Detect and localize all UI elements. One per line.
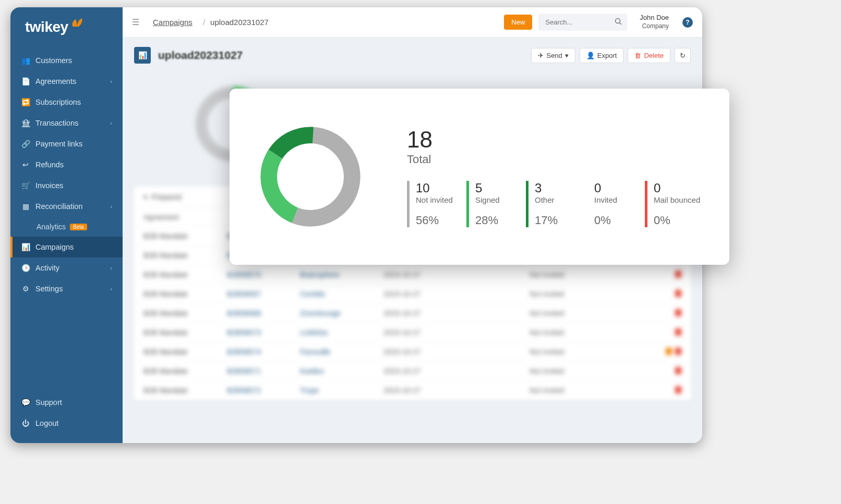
help-icon[interactable]: ?: [682, 17, 693, 28]
cell-date: 2023-10-27: [383, 386, 530, 395]
stat-label: Not invited: [416, 195, 455, 204]
logout-icon: ⏻: [21, 419, 30, 428]
new-button[interactable]: New: [504, 15, 532, 30]
cell-ref[interactable]: B2B58572: [227, 386, 300, 395]
cell-company[interactable]: Centido: [300, 290, 383, 298]
table-row[interactable]: B2B MandateB2B58573Linklinks2023-10-27No…: [134, 323, 691, 342]
chevron-right-icon: ›: [110, 265, 112, 271]
table-row[interactable]: B2B MandateB2B58574Fanoodle2023-10-27Not…: [134, 342, 691, 361]
delete-button[interactable]: 🗑 Delete: [628, 48, 670, 63]
cell-agreement: B2B Mandate: [143, 309, 227, 317]
cell-agreement: B2B Mandate: [143, 232, 227, 240]
stat-pct: 28%: [466, 214, 514, 227]
sidebar-item-subscriptions[interactable]: 🔁Subscriptions: [10, 92, 123, 113]
sidebar-item-invoices[interactable]: 🛒Invoices: [10, 175, 123, 196]
col-agreement[interactable]: Agreement: [143, 213, 227, 221]
sidebar-item-agreements[interactable]: 📄Agreements›: [10, 71, 123, 92]
send-button[interactable]: ✈ Send ▾: [531, 48, 575, 63]
sidebar-item-activity[interactable]: 🕒Activity›: [10, 257, 123, 278]
svg-point-0: [616, 19, 620, 23]
support-icon: 💬: [21, 398, 30, 407]
cell-actions: [675, 271, 681, 279]
chevron-right-icon: ›: [110, 203, 112, 210]
sidebar-item-transactions[interactable]: 🏦Transactions›: [10, 113, 123, 133]
topbar: ☰ Campaigns / upload20231027 New John Do…: [123, 7, 702, 38]
delete-row-icon[interactable]: [675, 386, 681, 394]
send-icon: ✈: [538, 52, 544, 59]
sidebar-item-label: Customers: [35, 56, 72, 65]
sidebar-item-customers[interactable]: 👥Customers: [10, 50, 123, 71]
sidebar-item-settings[interactable]: ⚙Settings›: [10, 278, 123, 299]
customers-icon: 👥: [21, 56, 30, 65]
table-row[interactable]: B2B MandateB2B58572Trope2023-10-27Not in…: [134, 380, 691, 400]
subscriptions-icon: 🔁: [21, 97, 30, 107]
cell-actions: [675, 309, 681, 317]
stats-row: 10Not invited56%5Signed28%3Other17%0Invi…: [407, 181, 708, 227]
cell-ref[interactable]: B2B58568: [227, 309, 300, 317]
brand-name: twikey: [25, 19, 68, 35]
page-header: 📊 upload20231027 ✈ Send ▾ 👤 Export 🗑 Del…: [123, 38, 702, 73]
stat-pct: 56%: [407, 214, 455, 227]
sidebar-item-logout[interactable]: ⏻ Logout: [10, 413, 123, 434]
warn-icon[interactable]: [666, 348, 672, 355]
sidebar-item-payment-links[interactable]: 🔗Payment links: [10, 133, 123, 154]
cell-actions: [675, 386, 681, 395]
sidebar-item-reconciliation[interactable]: ▦Reconciliation›: [10, 196, 123, 217]
cell-status: Not invited: [530, 290, 650, 298]
reconciliation-icon: ▦: [21, 202, 30, 211]
breadcrumb-root[interactable]: Campaigns: [153, 18, 193, 27]
hamburger-icon[interactable]: ☰: [132, 17, 141, 27]
cell-ref[interactable]: B2B58567: [227, 290, 300, 298]
sidebar-item-label: Activity: [35, 264, 59, 272]
cell-company[interactable]: Trope: [300, 386, 383, 395]
table-row[interactable]: B2B MandateB2B58571Kwideo2023-10-27Not i…: [134, 361, 691, 380]
cell-company[interactable]: Linklinks: [300, 328, 383, 337]
cell-ref[interactable]: B2B58570: [227, 271, 300, 279]
cell-date: 2023-10-27: [383, 348, 530, 356]
cell-agreement: B2B Mandate: [143, 367, 227, 375]
delete-row-icon[interactable]: [675, 328, 681, 336]
delete-row-icon[interactable]: [675, 309, 681, 316]
cell-ref[interactable]: B2B58573: [227, 328, 300, 337]
cell-status: Not invited: [530, 386, 650, 395]
stat-value: 5: [475, 181, 514, 195]
breadcrumb-sep: /: [203, 18, 205, 27]
export-button[interactable]: 👤 Export: [580, 48, 624, 63]
sidebar-item-support[interactable]: 💬 Support: [10, 392, 123, 413]
cell-company[interactable]: Kwideo: [300, 367, 383, 375]
cell-status: Not invited: [530, 309, 650, 317]
invoices-icon: 🛒: [21, 181, 30, 190]
user-block[interactable]: John Doe Company: [640, 14, 669, 30]
cell-company[interactable]: Brainsphere: [300, 271, 383, 279]
user-name: John Doe: [640, 14, 669, 22]
table-row[interactable]: B2B MandateB2B58568Zoomlounge2023-10-27N…: [134, 303, 691, 323]
cell-company[interactable]: Fanoodle: [300, 348, 383, 356]
stat-value: 10: [416, 181, 455, 195]
refresh-button[interactable]: ↻: [675, 48, 691, 63]
page-title: upload20231027: [158, 49, 243, 62]
search-icon[interactable]: [615, 18, 622, 25]
sidebar-item-analytics[interactable]: AnalyticsBeta: [10, 217, 123, 237]
cell-ref[interactable]: B2B58574: [227, 348, 300, 356]
sidebar-support-label: Support: [35, 398, 62, 407]
chevron-right-icon: ›: [110, 78, 112, 84]
cell-date: 2023-10-27: [383, 290, 530, 298]
page-actions: ✈ Send ▾ 👤 Export 🗑 Delete ↻: [531, 48, 691, 63]
cell-company[interactable]: Zoomlounge: [300, 309, 383, 317]
sidebar-item-campaigns[interactable]: 📊Campaigns: [10, 237, 123, 257]
cell-agreement: B2B Mandate: [143, 271, 227, 279]
campaigns-icon: 📊: [21, 242, 30, 252]
table-row[interactable]: B2B MandateB2B58570Brainsphere2023-10-27…: [134, 265, 691, 284]
table-row[interactable]: B2B MandateB2B58567Centido2023-10-27Not …: [134, 284, 691, 303]
sidebar-item-refunds[interactable]: ↩Refunds: [10, 154, 123, 175]
search-input[interactable]: [538, 14, 627, 31]
sidebar-item-label: Reconciliation: [35, 202, 82, 211]
activity-icon: 🕒: [21, 263, 30, 273]
cell-actions: [675, 290, 681, 298]
cell-ref[interactable]: B2B58571: [227, 367, 300, 375]
delete-row-icon[interactable]: [675, 271, 681, 278]
delete-row-icon[interactable]: [675, 367, 681, 374]
topbar-right: New John Doe Company ?: [504, 14, 693, 31]
delete-row-icon[interactable]: [675, 348, 681, 355]
delete-row-icon[interactable]: [675, 290, 681, 297]
